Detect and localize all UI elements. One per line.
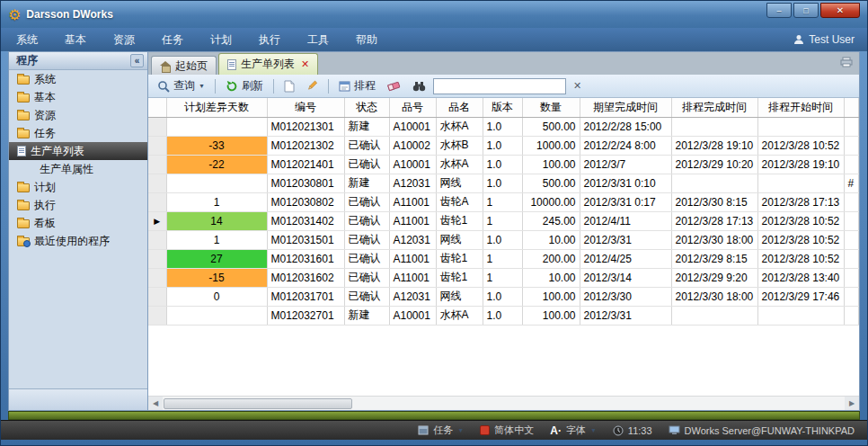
row-indicator [148,230,166,249]
menu-items: 系统基本资源任务计划执行工具帮助 [13,31,380,49]
menu-item-5[interactable]: 执行 [256,31,283,49]
column-header[interactable]: 数量 [522,98,580,117]
menu-item-7[interactable]: 帮助 [353,31,380,49]
table-row[interactable]: -22M012021401已确认A10001水杯A1.0100.002012/3… [148,155,859,174]
sidebar-item-task[interactable]: 任务 [9,124,147,142]
table-row[interactable]: M012021301新建A10001水杯A1.0500.002012/2/28 … [148,117,859,136]
column-header[interactable]: 计划差异天数 [166,98,267,117]
cell-quantity: 1000.00 [522,136,580,155]
sidebar-item-production-order-list[interactable]: 生产单列表 [9,142,147,160]
tab-start-page[interactable]: 起始页 [151,56,217,75]
cell-status: 已确认 [344,249,389,268]
cell-item-no: A11001 [389,249,436,268]
sidebar-item-kanban[interactable]: 看板 [9,214,147,232]
cell-expected-time: 2012/4/25 [580,249,671,268]
menu-item-3[interactable]: 任务 [159,31,186,49]
menu-item-1[interactable]: 基本 [62,31,89,49]
printer-icon[interactable] [840,57,853,70]
cell-plan-diff [166,117,267,136]
row-indicator [148,174,166,192]
status-language-menu[interactable]: 简体中文 [480,424,534,437]
status-font-menu[interactable]: A· 字体 ▼ [550,424,597,437]
cell-partial [844,306,859,325]
close-button[interactable]: ✕ [820,3,860,18]
sidebar-item-production-order-props[interactable]: 生产单属性 [9,160,147,178]
table-row[interactable]: 27M012031601已确认A11001齿轮11200.002012/4/25… [148,249,859,268]
find-button[interactable] [408,79,430,94]
language-icon [480,425,490,435]
status-task-menu[interactable]: 任务 ▼ [418,424,464,437]
scroll-right-button[interactable]: ▶ [845,397,859,410]
query-button-label: 查询 [173,78,195,94]
column-header[interactable]: 排程开始时间 [757,98,844,117]
cell-schedule-end-time [671,174,757,192]
cell-quantity: 10.00 [522,268,580,287]
cell-schedule-end-time [671,117,757,136]
tab-production-order-list[interactable]: 生产单列表✕ [218,53,318,75]
clear-filter-button[interactable]: ✕ [569,78,586,94]
scrollbar-thumb[interactable] [164,398,352,409]
scroll-left-button[interactable]: ◀ [148,397,163,410]
sidebar-item-label: 生产单属性 [40,162,93,177]
cell-schedule-end-time: 2012/3/30 18:00 [671,230,757,249]
column-header[interactable]: 排程完成时间 [671,98,757,117]
edit-button[interactable] [302,78,323,94]
cell-version: 1 [483,211,522,230]
menu-item-4[interactable]: 计划 [208,31,235,49]
cell-partial [844,117,859,136]
minimize-button[interactable]: – [766,3,792,18]
table-row[interactable]: -15M012031602已确认A11001齿轮1110.002012/3/14… [148,268,859,287]
cell-status: 新建 [344,174,389,192]
tab-close-icon[interactable]: ✕ [301,58,309,70]
sidebar-filter-input[interactable] [20,393,159,407]
bottom-accent-strip [8,411,860,420]
cell-item-no: A12031 [389,230,436,249]
column-header[interactable]: 状态 [344,98,389,117]
query-button[interactable]: 查询 ▼ [153,76,209,95]
chevron-down-icon: ▼ [590,427,597,433]
sidebar-item-basic[interactable]: 基本 [9,88,147,106]
sidebar-item-execute[interactable]: 执行 [9,196,147,214]
sidebar-item-resource[interactable]: 资源 [9,106,147,124]
horizontal-scrollbar[interactable]: ◀ ▶ [148,396,859,410]
cell-version: 1.0 [483,230,522,249]
refresh-button[interactable]: 刷新 [221,76,268,95]
cell-partial [844,287,859,306]
table-row[interactable]: ▶14M012031402已确认A11001齿轮11245.002012/4/1… [148,211,859,230]
column-header[interactable]: 版本 [483,98,522,117]
row-indicator [148,117,166,136]
cell-item-no: A10001 [389,155,436,174]
new-button[interactable] [279,78,299,94]
cell-schedule-start-time: 2012/3/28 17:13 [757,192,844,211]
column-header[interactable]: 期望完成时间 [580,98,671,117]
table-row[interactable]: 0M012031701已确认A12031网线1.0100.002012/3/30… [148,287,859,306]
table-row[interactable]: M012032701新建A10001水杯A1.0100.002012/3/31 [148,306,859,325]
table-row[interactable]: M012030801新建A12031网线1.0500.002012/3/31 0… [148,174,859,192]
cell-status: 已确认 [344,155,389,174]
user-menu[interactable]: Test User [793,33,855,46]
menu-item-6[interactable]: 工具 [305,31,332,49]
main-panel: 起始页生产单列表✕ 查询 ▼ [148,51,860,411]
table-row[interactable]: -33M012021302已确认A10002水杯B1.01000.002012/… [148,136,859,155]
table-row[interactable]: 1M012031501已确认A12031网线1.010.002012/3/312… [148,230,859,249]
sidebar-item-system[interactable]: 系统 [9,70,147,88]
maximize-button[interactable]: □ [793,3,819,18]
sidebar-item-plan[interactable]: 计划 [9,178,147,196]
cell-order-no: M012031601 [267,249,344,268]
cell-partial [844,268,859,287]
cell-item-name: 齿轮A [436,192,483,211]
menu-item-2[interactable]: 资源 [111,31,137,49]
sidebar-collapse-button[interactable]: « [130,54,144,67]
eraser-button[interactable] [383,78,405,94]
column-header[interactable]: 品号 [389,98,436,117]
sidebar-item-recent-programs[interactable]: 最近使用的程序 [9,232,147,250]
filter-input[interactable] [433,78,566,94]
column-header[interactable]: 编号 [267,98,344,117]
menu-item-0[interactable]: 系统 [13,31,40,49]
table-row[interactable]: 1M012030802已确认A11001齿轮A110000.002012/3/3… [148,192,859,211]
schedule-button[interactable]: 排程 [334,76,380,95]
folder-icon [17,94,30,103]
menu-bar: 系统基本资源任务计划执行工具帮助 Test User [1,28,867,51]
column-header[interactable]: 品名 [436,98,483,117]
toolbar: 查询 ▼ 刷新 [148,75,859,98]
